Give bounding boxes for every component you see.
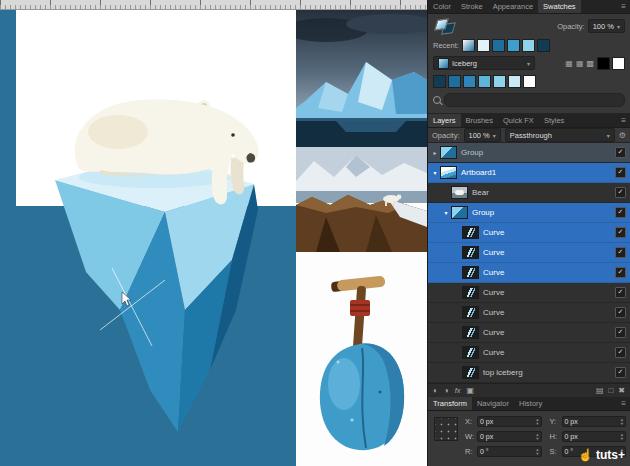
layer-thumbnail <box>462 346 479 359</box>
layer-row-curve[interactable]: Curve✓ <box>428 223 630 243</box>
swatch-grid-small-icon[interactable]: ▦ <box>576 57 584 70</box>
recent-swatch[interactable] <box>477 39 490 52</box>
recent-swatch[interactable] <box>507 39 520 52</box>
stepper-icons[interactable]: ▴▾ <box>536 433 538 440</box>
gear-icon[interactable]: ⚙ <box>619 129 626 142</box>
add-layer-icon[interactable]: □ <box>608 384 613 397</box>
disclosure-icon[interactable]: ▸ <box>431 149 439 156</box>
layer-visibility-checkbox[interactable]: ✓ <box>615 167 626 178</box>
recent-swatch[interactable] <box>462 39 475 52</box>
layer-row-curve[interactable]: Curve✓ <box>428 343 630 363</box>
tab-navigator[interactable]: Navigator <box>472 397 514 410</box>
layer-row-group[interactable]: ▸Group✓ <box>428 143 630 163</box>
transform-field-x: X:0 px▴▾ <box>465 416 542 427</box>
mask-icon[interactable]: ◐ <box>433 384 438 397</box>
reference-photo-iceberg[interactable] <box>296 10 427 147</box>
layer-row-curve[interactable]: Curve✓ <box>428 323 630 343</box>
stepper-icons[interactable]: ▴▾ <box>621 433 623 440</box>
layer-visibility-checkbox[interactable]: ✓ <box>615 327 626 338</box>
palette-swatch[interactable] <box>463 75 476 88</box>
panel-menu-icon[interactable]: ≡ <box>621 397 626 410</box>
transform-field-r: R:0 °▴▾ <box>465 446 542 457</box>
reference-photo-stone-tool[interactable] <box>296 252 427 466</box>
transform-field-input[interactable]: 0 px▴▾ <box>562 416 627 427</box>
recent-swatch[interactable] <box>522 39 535 52</box>
anchor-point-selector[interactable] <box>434 417 458 441</box>
layer-visibility-checkbox[interactable]: ✓ <box>615 247 626 258</box>
layer-row-curve[interactable]: Curve✓ <box>428 243 630 263</box>
tab-history[interactable]: History <box>514 397 547 410</box>
tab-appearance[interactable]: Appearance <box>488 0 538 13</box>
transform-field-input[interactable]: 0 px▴▾ <box>477 431 542 442</box>
panel-menu-icon[interactable]: ≡ <box>621 114 626 127</box>
panel-menu-icon[interactable]: ≡ <box>621 0 626 13</box>
layer-row-artboard1[interactable]: ▾Artboard1✓ <box>428 163 630 183</box>
layer-row-curve[interactable]: Curve✓ <box>428 303 630 323</box>
insert-target-icon[interactable]: ▤ <box>596 384 604 397</box>
layer-row-group[interactable]: ▾Group✓ <box>428 203 630 223</box>
layer-visibility-checkbox[interactable]: ✓ <box>615 207 626 218</box>
transform-field-input[interactable]: 0 px▴▾ <box>562 431 627 442</box>
blend-mode-dropdown[interactable]: Passthrough ▾ <box>505 128 615 142</box>
tab-styles[interactable]: Styles <box>539 114 569 127</box>
palette-swatch[interactable] <box>433 75 446 88</box>
swatch-grid-icon[interactable]: ▦ <box>565 57 573 70</box>
fx-icon[interactable]: fx <box>455 384 461 397</box>
recent-swatch[interactable] <box>537 39 550 52</box>
palette-swatch[interactable] <box>493 75 506 88</box>
recent-label: Recent: <box>433 41 459 50</box>
bw-swatches <box>597 57 625 70</box>
layer-visibility-checkbox[interactable]: ✓ <box>615 287 626 298</box>
palette-swatch[interactable] <box>508 75 521 88</box>
disclosure-icon[interactable]: ▾ <box>431 169 439 176</box>
group-layers-icon[interactable]: ▣ <box>467 384 475 397</box>
reference-photo-polar-bear[interactable] <box>296 147 427 252</box>
palette-swatch[interactable] <box>523 75 536 88</box>
recent-swatch[interactable] <box>492 39 505 52</box>
layer-visibility-checkbox[interactable]: ✓ <box>615 267 626 278</box>
layer-label: Bear <box>472 188 615 197</box>
disclosure-icon[interactable]: ▾ <box>442 209 450 216</box>
layer-row-bear[interactable]: Bear✓ <box>428 183 630 203</box>
tab-swatches[interactable]: Swatches <box>538 0 581 13</box>
swatch-search-input[interactable] <box>444 93 625 107</box>
document-canvas[interactable] <box>0 10 427 466</box>
layer-row-top-iceberg[interactable]: top iceberg✓ <box>428 363 630 383</box>
layer-label: Curve <box>483 248 615 257</box>
transform-field-input[interactable]: 0 °▴▾ <box>477 446 542 457</box>
tab-stroke[interactable]: Stroke <box>456 0 488 13</box>
stepper-icons[interactable]: ▴▾ <box>621 418 623 425</box>
layers-opacity-dropdown[interactable]: 100 % ▾ <box>464 128 501 142</box>
palette-swatch[interactable] <box>478 75 491 88</box>
layer-visibility-checkbox[interactable]: ✓ <box>615 147 626 158</box>
layer-label: Curve <box>483 268 615 277</box>
palette-swatch[interactable] <box>448 75 461 88</box>
iceberg-illustration <box>0 10 296 466</box>
stepper-icons[interactable]: ▴▾ <box>536 418 538 425</box>
layer-visibility-checkbox[interactable]: ✓ <box>615 227 626 238</box>
layer-row-curve[interactable]: Curve✓ <box>428 263 630 283</box>
delete-layer-icon[interactable]: ✖ <box>618 384 625 397</box>
layer-visibility-checkbox[interactable]: ✓ <box>615 307 626 318</box>
layer-visibility-checkbox[interactable]: ✓ <box>615 367 626 378</box>
artboard-artwork[interactable] <box>0 10 296 466</box>
layer-visibility-checkbox[interactable]: ✓ <box>615 187 626 198</box>
transform-field-input[interactable]: 0 px▴▾ <box>477 416 542 427</box>
adjustments-icon[interactable]: ◑ <box>444 384 449 397</box>
layer-label: Curve <box>483 288 615 297</box>
tab-brushes[interactable]: Brushes <box>461 114 499 127</box>
stepper-icons[interactable]: ▴▾ <box>536 448 538 455</box>
tab-quick-fx[interactable]: Quick FX <box>498 114 539 127</box>
transform-field-label: X: <box>465 417 474 426</box>
tab-transform[interactable]: Transform <box>428 397 472 410</box>
layer-row-curve[interactable]: Curve✓ <box>428 283 630 303</box>
layer-visibility-checkbox[interactable]: ✓ <box>615 347 626 358</box>
tab-layers[interactable]: Layers <box>428 114 461 127</box>
bw-swatch[interactable] <box>612 57 625 70</box>
opacity-dropdown[interactable]: 100 % ▾ <box>588 19 625 33</box>
tab-color[interactable]: Color <box>428 0 456 13</box>
bw-swatch[interactable] <box>597 57 610 70</box>
fill-stroke-indicator[interactable] <box>433 18 457 34</box>
palette-dropdown[interactable]: Iceberg ▾ <box>433 56 535 70</box>
swatch-list-icon[interactable]: ▩ <box>586 57 594 70</box>
